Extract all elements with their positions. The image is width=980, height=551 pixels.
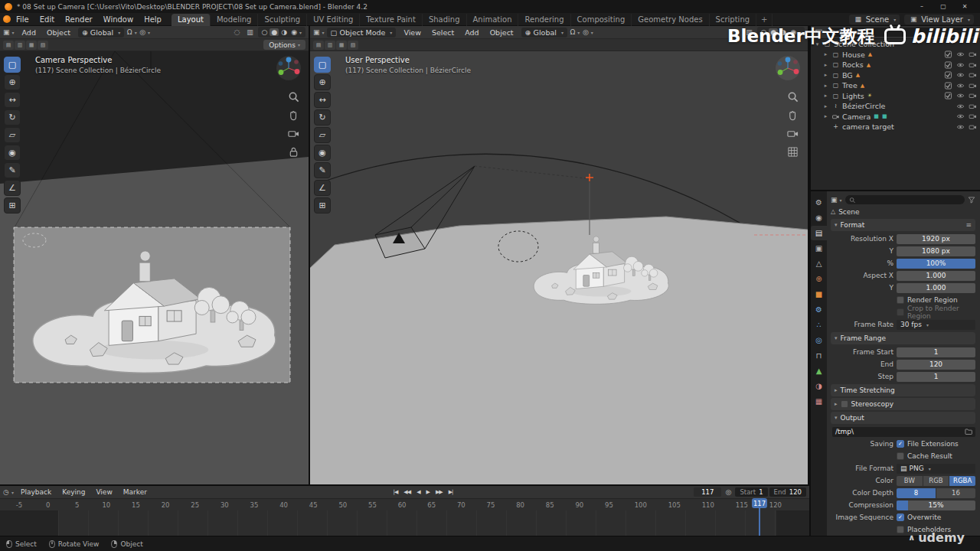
editor-type-button[interactable]: ◷ [3, 487, 14, 497]
depth-8-button[interactable]: 8 [897, 488, 936, 498]
file-extensions-checkbox[interactable] [897, 440, 904, 448]
menu-help[interactable]: Help [139, 14, 167, 25]
shading-rendered-icon[interactable]: ◉ [289, 28, 303, 36]
tool-scale[interactable]: ▱ [314, 127, 331, 143]
shading-solid-icon[interactable]: ● [270, 28, 279, 36]
hide-viewport-icon[interactable] [956, 82, 965, 90]
jump-to-end-button[interactable]: ▶| [446, 489, 456, 495]
tool-move[interactable]: ↔ [4, 92, 21, 108]
tool-cursor[interactable]: ⊕ [314, 74, 331, 90]
properties-search[interactable] [845, 195, 965, 204]
output-path-field[interactable]: /tmp\ [832, 427, 975, 437]
hide-viewport-icon[interactable] [956, 51, 965, 58]
resolution-percent-slider[interactable]: 100% [897, 259, 975, 269]
grid-button[interactable] [787, 146, 799, 158]
tool-measure[interactable]: ∠ [4, 180, 21, 196]
physics-properties-tab[interactable]: ◎ [811, 333, 827, 347]
particles-properties-tab[interactable]: ∴ [811, 318, 827, 332]
stereoscopy-checkbox[interactable] [841, 400, 848, 408]
user-viewport-canvas[interactable]: ▢⊕↔↻▱◉✎∠⊞ User Perspective (117) Scene C… [310, 51, 808, 484]
selectable-checkbox-icon[interactable] [944, 61, 952, 69]
texture-properties-tab[interactable]: ▦ [811, 394, 827, 409]
transform-orientation-dropdown[interactable]: ⊕ Global [521, 28, 567, 37]
properties-search-input[interactable] [858, 196, 961, 204]
constraints-properties-tab[interactable]: ⊓ [811, 348, 827, 363]
snap-magnet-icon[interactable]: Ω [570, 28, 580, 37]
compression-slider[interactable]: 15% [897, 500, 975, 510]
tool-add-cube[interactable]: ⊞ [4, 197, 21, 214]
tool-measure[interactable]: ∠ [314, 180, 331, 196]
selectable-checkbox-icon[interactable] [944, 92, 952, 99]
tool-properties-tab[interactable]: ⚙ [811, 195, 827, 210]
aspect-y-field[interactable]: 1.000 [897, 283, 975, 293]
disable-render-icon[interactable] [969, 92, 977, 99]
outliner-row-scene-collection[interactable]: ▾▢Scene Collection [811, 39, 980, 50]
menu-object[interactable]: Object [485, 27, 519, 38]
overlays-toggle-icon[interactable]: ◌ [731, 28, 742, 37]
tool-settings-icon-1[interactable]: ▤ [313, 41, 324, 50]
timeline-tracks[interactable] [0, 510, 809, 536]
workspace-tab-animation[interactable]: Animation [467, 14, 519, 26]
shading-rendered-icon[interactable]: ◉ [789, 28, 802, 36]
material-properties-tab[interactable]: ◑ [811, 379, 827, 393]
navigation-gizmo[interactable] [775, 55, 801, 81]
menu-edit[interactable]: Edit [34, 14, 60, 25]
outliner-search[interactable] [826, 28, 976, 37]
menu-add[interactable]: Add [459, 27, 484, 38]
workspace-tab-sculpting[interactable]: Sculpting [258, 14, 307, 26]
object-properties-tab[interactable]: ■ [811, 287, 827, 302]
outliner-row-camera-target[interactable]: +camera target [811, 122, 980, 132]
disable-render-icon[interactable] [969, 103, 977, 110]
disable-render-icon[interactable] [969, 51, 977, 58]
maximize-button[interactable]: ▢ [933, 0, 954, 13]
hide-viewport-icon[interactable] [956, 112, 965, 120]
jump-to-prev-keyframe-button[interactable]: ◀◀ [400, 489, 413, 495]
workspace-tab-geometry-nodes[interactable]: Geometry Nodes [632, 14, 709, 26]
current-frame-field[interactable]: 117 [694, 487, 721, 497]
viewport-user[interactable]: ▣ ▢ Object Mode ViewSelectAddObject ⊕ Gl… [310, 26, 809, 484]
shading-wireframe-icon[interactable]: ○ [260, 28, 270, 36]
proportional-editing-icon[interactable]: ◎ [139, 28, 150, 37]
resolution-y-field[interactable]: 1080 px [897, 246, 975, 256]
tool-settings-icon-1[interactable]: ▤ [3, 41, 14, 50]
add-workspace-button[interactable]: + [756, 14, 773, 26]
workspace-tab-scripting[interactable]: Scripting [710, 14, 756, 26]
workspace-tab-shading[interactable]: Shading [423, 14, 467, 26]
menu-object[interactable]: Object [41, 27, 76, 38]
hide-viewport-icon[interactable] [956, 61, 965, 69]
tool-select-box[interactable]: ▢ [4, 57, 21, 73]
output-properties-tab[interactable]: ▤ [811, 226, 827, 240]
frame-start-field[interactable]: Start1 [735, 487, 767, 497]
camera-viewport-canvas[interactable]: ▢⊕↔↻▱◉✎∠⊞ Camera Perspective (117) Scene… [0, 51, 309, 484]
workspace-tab-layout[interactable]: Layout [172, 14, 211, 26]
xray-toggle-icon[interactable]: ▥ [245, 28, 256, 37]
menu-keying[interactable]: Keying [57, 487, 90, 498]
editor-type-button[interactable]: ▣ [831, 196, 842, 204]
viewport-camera[interactable]: ▣ AddObject ⊕ Global Ω ◎ ◌ ▥ ○ ● ◑ ◉ ▤▥▦… [0, 26, 310, 484]
toggle-camera-view-button[interactable] [787, 128, 799, 139]
selectable-checkbox-icon[interactable] [944, 82, 952, 90]
world-properties-tab[interactable]: ⊕ [811, 272, 827, 286]
pan-button[interactable] [288, 109, 299, 121]
filter-funnel-icon[interactable] [968, 196, 975, 204]
jump-to-start-button[interactable]: |◀ [390, 489, 401, 495]
workspace-tab-texture-paint[interactable]: Texture Paint [360, 14, 423, 26]
tool-rotate[interactable]: ↻ [4, 109, 21, 126]
expand-icon[interactable]: ▸ [822, 51, 829, 57]
section-format[interactable]: Format ≡ [831, 219, 975, 231]
editor-type-button[interactable]: ▣ [3, 28, 15, 37]
tool-select-box[interactable]: ▢ [314, 57, 331, 73]
navigation-gizmo[interactable] [276, 55, 302, 81]
menu-select[interactable]: Select [426, 27, 459, 38]
expand-icon[interactable]: ▸ [822, 103, 829, 109]
tool-annotate[interactable]: ✎ [314, 162, 331, 178]
outliner-row-camera[interactable]: ▸Camera■■ [811, 112, 980, 122]
selectable-checkbox-icon[interactable] [944, 71, 952, 79]
tool-settings-icon-2[interactable]: ▥ [15, 41, 25, 50]
frame-start-field[interactable]: 1 [897, 347, 975, 357]
selectable-checkbox-icon[interactable] [944, 51, 952, 58]
menu-window[interactable]: Window [98, 14, 139, 25]
blender-menu-icon[interactable] [3, 15, 11, 23]
overlays-toggle-icon[interactable]: ◌ [232, 28, 243, 37]
tool-transform[interactable]: ◉ [314, 145, 331, 161]
